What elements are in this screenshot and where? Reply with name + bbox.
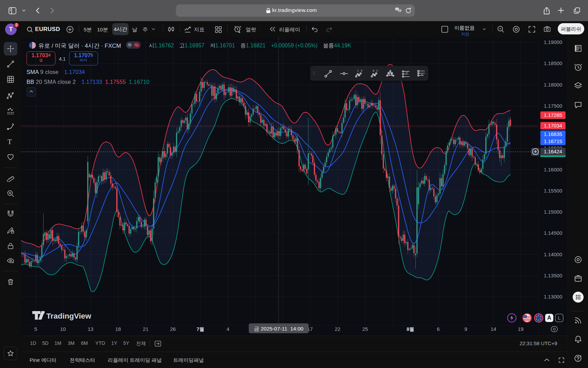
svg-text:1.17285: 1.17285 — [544, 112, 562, 118]
svg-text:10: 10 — [60, 326, 66, 332]
svg-text:6: 6 — [437, 326, 440, 332]
svg-text:7월: 7월 — [197, 326, 205, 332]
svg-text:5: 5 — [361, 69, 362, 72]
svg-text:1.19000: 1.19000 — [544, 39, 562, 45]
svg-text:25: 25 — [362, 326, 368, 332]
svg-text:TradingView: TradingView — [46, 312, 92, 320]
svg-text:1.16000: 1.16000 — [544, 167, 562, 172]
svg-text:13: 13 — [88, 326, 94, 332]
svg-text:8월: 8월 — [407, 326, 414, 332]
svg-text:26: 26 — [170, 326, 176, 332]
svg-text:L: L — [558, 315, 560, 321]
svg-text:9: 9 — [464, 326, 467, 332]
svg-text:文: 文 — [398, 10, 401, 12]
svg-text:1.14500: 1.14500 — [544, 230, 562, 236]
svg-text:14: 14 — [491, 326, 496, 332]
svg-text:19: 19 — [518, 326, 524, 332]
svg-text:1.13000: 1.13000 — [544, 294, 562, 300]
svg-text:C: C — [376, 69, 378, 72]
svg-text:A: A — [396, 8, 398, 10]
svg-text:1.18500: 1.18500 — [544, 60, 562, 66]
svg-text:1.17500: 1.17500 — [544, 103, 562, 109]
svg-text:4: 4 — [227, 326, 229, 332]
svg-text:1.16835: 1.16835 — [544, 131, 562, 137]
svg-text:1.17034: 1.17034 — [544, 123, 562, 128]
svg-text:1.15500: 1.15500 — [544, 188, 562, 194]
svg-text:A: A — [373, 69, 375, 72]
svg-text:1.15000: 1.15000 — [544, 209, 562, 215]
svg-text:1.14000: 1.14000 — [544, 251, 562, 257]
svg-text:1: 1 — [357, 69, 359, 72]
svg-text:1.16715: 1.16715 — [544, 138, 562, 144]
svg-text:금 2025-07-11 14:00: 금 2025-07-11 14:00 — [254, 326, 304, 332]
svg-text:5: 5 — [34, 326, 37, 332]
svg-text:18: 18 — [115, 326, 121, 332]
svg-text:21: 21 — [143, 326, 149, 332]
svg-text:22: 22 — [335, 326, 341, 332]
svg-text:1.16424: 1.16424 — [544, 149, 562, 154]
svg-text:A: A — [547, 315, 551, 321]
svg-text:1.13500: 1.13500 — [544, 273, 562, 278]
svg-text:1.18000: 1.18000 — [544, 82, 562, 88]
